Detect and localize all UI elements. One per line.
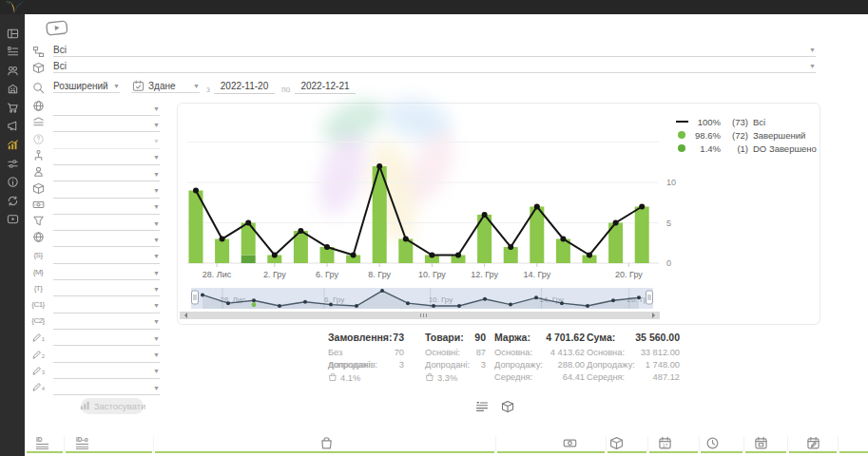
status-group-filter-select[interactable]: Всі ▼	[53, 43, 816, 57]
top-bar	[0, 0, 868, 14]
filter-select[interactable]: ▼	[53, 315, 160, 330]
dashboard-icon	[7, 27, 19, 44]
filter-select[interactable]: ▼	[53, 282, 160, 296]
filter-select[interactable]: ▼	[53, 184, 160, 199]
layers-icon	[32, 115, 45, 132]
sidebar-item-sync[interactable]	[6, 196, 19, 208]
company-icon	[7, 82, 19, 99]
column-separator	[743, 436, 744, 451]
token-c2-icon: {C2}	[31, 316, 45, 325]
scroll-grip[interactable]	[420, 314, 428, 317]
bar-completed	[215, 239, 229, 264]
line-point	[639, 204, 645, 210]
sync-icon	[7, 194, 19, 211]
stat-value: 90	[474, 332, 486, 343]
grid-view-toggle-icon[interactable]	[501, 400, 514, 417]
help-icon	[32, 132, 45, 149]
legend-item-всі[interactable]: 100%(73)Всі	[676, 115, 817, 128]
announcements-icon	[7, 119, 19, 136]
sidebar-item-info[interactable]	[6, 178, 19, 190]
legend-item-завершений[interactable]: 98.6%(72)Завершений	[676, 128, 817, 142]
sidebar-item-announcements[interactable]	[6, 122, 19, 134]
sidebar-item-orders[interactable]	[6, 48, 19, 60]
chevron-down-icon: ▼	[153, 352, 160, 358]
filter-select[interactable]: ▼	[53, 332, 160, 346]
filter-select[interactable]: ▼	[53, 233, 160, 247]
filter-select[interactable]: ▼	[53, 151, 160, 165]
line-point	[351, 253, 357, 258]
chart-navigator[interactable]: 28. Лис6. Гру10. Гру14. Гру20. Гру	[191, 286, 653, 314]
navigator-label: 6. Гру	[324, 295, 344, 304]
app-logo-icon[interactable]	[5, 0, 26, 14]
sidebar-item-cart[interactable]	[6, 103, 19, 115]
filter-select[interactable]: ▼	[53, 118, 160, 132]
chevron-down-icon: ▼	[153, 286, 160, 293]
stat-sub-value: 87	[476, 347, 486, 359]
stat-sub-value: 70	[395, 347, 404, 359]
chart-card: 051028. Лис2. Гру6. Гру8. Гру10. Гру12. …	[177, 103, 820, 325]
list-view-toggle-icon[interactable]	[475, 400, 489, 417]
column-id-lines-icon[interactable]: ID	[36, 436, 48, 449]
date-to-input[interactable]: 2022-12-21	[295, 79, 356, 94]
scroll-left-arrow[interactable]	[182, 313, 187, 318]
filter-select[interactable]: ▼	[53, 217, 160, 231]
column-separator	[699, 436, 700, 451]
video-tutorial-icon[interactable]	[45, 19, 69, 41]
legend-dot-swatch	[678, 131, 685, 139]
sidebar-item-dashboard[interactable]	[6, 28, 19, 41]
bar-completed	[635, 207, 649, 264]
funnel-icon	[32, 214, 45, 231]
table-header-underline	[497, 451, 605, 453]
filter-select[interactable]: ▼	[53, 266, 160, 280]
filter-select[interactable]: ▼	[53, 381, 160, 395]
line-point	[587, 253, 592, 258]
date-type-select[interactable]: Здане ▼	[131, 79, 200, 93]
legend-item-do-завершено[interactable]: 1.4%(1)DO Завершено	[676, 142, 817, 155]
search-mode-select[interactable]: Розширений ▼	[53, 79, 120, 93]
filter-select[interactable]: ▼	[53, 200, 160, 215]
upsell-bag-icon	[425, 372, 434, 384]
filter-select[interactable]: ▼	[53, 167, 160, 181]
status-group-filter-value: Всі	[53, 45, 807, 55]
filter-row-s: {S}▼	[31, 249, 160, 264]
date-from-label: з	[206, 85, 210, 94]
chart-scrollbar[interactable]	[180, 312, 660, 319]
filter-select[interactable]: ▼	[53, 102, 160, 116]
filter-select[interactable]: ▼	[53, 250, 160, 264]
apply-filters-button[interactable]: Застосувати	[81, 398, 144, 414]
video-icon	[7, 212, 19, 229]
navigator-handle-right[interactable]	[646, 291, 653, 304]
products-filter-select[interactable]: Всі ▼	[53, 59, 816, 73]
line-point	[403, 237, 409, 242]
stat-footer-value: 3.3%	[437, 373, 457, 383]
column-id-link-icon[interactable]: ID-o	[76, 436, 88, 449]
sidebar-item-company[interactable]	[6, 85, 19, 97]
stat-sub-label: Основна:	[587, 347, 625, 359]
sidebar-item-customers[interactable]	[6, 66, 19, 78]
sidebar-item-settings[interactable]	[6, 159, 19, 171]
sidebar-item-analytics[interactable]	[6, 141, 19, 153]
filter-select[interactable]: ▼	[53, 349, 160, 363]
legend-count: (1)	[724, 143, 748, 154]
table-header-underline	[745, 451, 786, 453]
sidebar-item-video[interactable]	[6, 215, 19, 227]
date-from-input[interactable]: 2022-11-20	[214, 79, 275, 94]
scroll-right-arrow[interactable]	[652, 313, 658, 318]
filter-select[interactable]: ▼	[53, 135, 160, 149]
filter-select[interactable]: ▼	[53, 299, 160, 314]
package-icon	[31, 61, 45, 74]
legend-line-swatch	[676, 121, 688, 123]
x-axis-label: 12. Гру	[471, 270, 498, 279]
chevron-down-icon: ▼	[153, 203, 160, 210]
filter-row-person: ▼	[31, 166, 160, 181]
legend-label: DO Завершено	[753, 143, 817, 154]
line-point	[272, 253, 278, 258]
token-m-icon: {M}	[33, 268, 44, 276]
navigator-handle-left[interactable]	[192, 291, 199, 304]
legend-percent: 98.6%	[692, 130, 721, 141]
line-point	[534, 204, 540, 210]
filter-select[interactable]: ▼	[53, 365, 160, 379]
column-separator	[153, 436, 154, 451]
filter-row-org: ▼	[31, 150, 160, 165]
upsell-bag-icon	[328, 372, 338, 384]
